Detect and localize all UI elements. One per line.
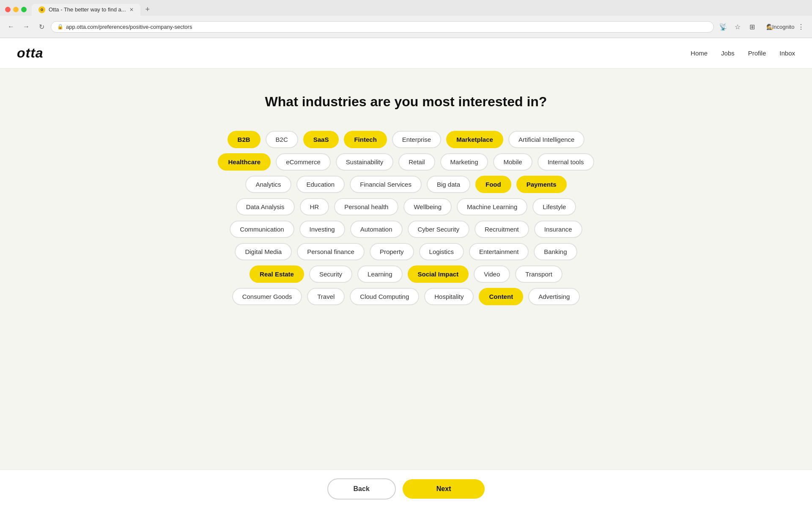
browser-menu-icon[interactable]: ⋮ <box>795 21 807 33</box>
fullscreen-window-button[interactable] <box>21 7 27 12</box>
industry-tag-payments[interactable]: Payments <box>516 176 567 193</box>
industry-tag-wellbeing[interactable]: Wellbeing <box>403 198 452 215</box>
industry-tag-ecommerce[interactable]: eCommerce <box>276 153 331 171</box>
industry-tag-social-impact[interactable]: Social Impact <box>408 265 469 283</box>
industry-tag-logistics[interactable]: Logistics <box>419 243 464 260</box>
traffic-lights <box>5 7 27 12</box>
tab-favicon: o <box>38 6 45 13</box>
nav-jobs[interactable]: Jobs <box>721 50 735 57</box>
industry-tag-banking[interactable]: Banking <box>534 243 577 260</box>
industry-tag-hr[interactable]: HR <box>300 198 329 215</box>
refresh-button[interactable]: ↻ <box>36 21 47 33</box>
incognito-label: Incognito <box>777 21 789 33</box>
logo[interactable]: otta <box>17 45 44 61</box>
industry-tag-personal-health[interactable]: Personal health <box>334 198 398 215</box>
industry-tag-video[interactable]: Video <box>474 265 510 283</box>
incognito-button[interactable]: 🕵 Incognito <box>760 19 793 34</box>
nav-profile[interactable]: Profile <box>748 50 766 57</box>
close-window-button[interactable] <box>5 7 11 12</box>
browser-toolbar-icons: 📡 ☆ ⊞ 🕵 Incognito ⋮ <box>717 19 807 34</box>
industry-tag-internal-tools[interactable]: Internal tools <box>538 153 594 171</box>
industry-tag-marketing[interactable]: Marketing <box>440 153 488 171</box>
bookmark-icon[interactable]: ☆ <box>732 21 743 33</box>
cast-icon[interactable]: 📡 <box>717 21 729 33</box>
industry-tag-content[interactable]: Content <box>479 288 523 305</box>
industry-tag-machine-learning[interactable]: Machine Learning <box>457 198 527 215</box>
industry-tag-recruitment[interactable]: Recruitment <box>475 221 529 238</box>
forward-navigation-button[interactable]: → <box>20 21 32 33</box>
app-header: otta Home Jobs Profile Inbox <box>0 38 812 69</box>
industry-tag-retail[interactable]: Retail <box>398 153 435 171</box>
active-tab[interactable]: o Otta - The better way to find a... ✕ <box>32 4 140 16</box>
address-bar[interactable]: 🔒 app.otta.com/preferences/positive-comp… <box>51 21 714 33</box>
page-title: What industries are you most interested … <box>265 94 547 110</box>
industry-tag-digital-media[interactable]: Digital Media <box>235 243 292 260</box>
browser-chrome: o Otta - The better way to find a... ✕ +… <box>0 0 812 38</box>
industry-tag-saas[interactable]: SaaS <box>303 131 339 148</box>
industry-tag-ai[interactable]: Artificial Intelligence <box>508 131 585 148</box>
industry-tag-travel[interactable]: Travel <box>307 288 345 305</box>
industry-tag-learning[interactable]: Learning <box>357 265 402 283</box>
new-tab-button[interactable]: + <box>142 3 154 16</box>
industry-tag-food[interactable]: Food <box>475 176 511 193</box>
industry-tag-b2c[interactable]: B2C <box>266 131 298 148</box>
industry-tag-sustainability[interactable]: Sustainability <box>336 153 393 171</box>
lock-icon: 🔒 <box>57 24 63 30</box>
industry-tag-cloud-computing[interactable]: Cloud Computing <box>350 288 419 305</box>
industry-tag-transport[interactable]: Transport <box>515 265 562 283</box>
extensions-icon[interactable]: ⊞ <box>746 21 758 33</box>
tab-close-button[interactable]: ✕ <box>129 7 134 13</box>
industry-tag-data-analysis[interactable]: Data Analysis <box>236 198 295 215</box>
industry-tags-container: B2BB2CSaaSFintechEnterpriseMarketplaceAr… <box>216 131 596 305</box>
nav-inbox[interactable]: Inbox <box>779 50 795 57</box>
next-button[interactable]: Next <box>403 479 485 499</box>
industry-tag-analytics[interactable]: Analytics <box>245 176 291 193</box>
footer: Back Next <box>0 469 812 508</box>
industry-tag-investing[interactable]: Investing <box>299 221 345 238</box>
industry-tag-personal-finance[interactable]: Personal finance <box>297 243 365 260</box>
industry-tag-security[interactable]: Security <box>309 265 352 283</box>
url-text: app.otta.com/preferences/positive-compan… <box>66 24 192 30</box>
industry-tag-marketplace[interactable]: Marketplace <box>446 131 503 148</box>
industry-tag-financial-services[interactable]: Financial Services <box>350 176 422 193</box>
industry-tag-big-data[interactable]: Big data <box>427 176 470 193</box>
industry-tag-automation[interactable]: Automation <box>350 221 403 238</box>
tab-title: Otta - The better way to find a... <box>49 6 126 13</box>
industry-tag-entertainment[interactable]: Entertainment <box>469 243 529 260</box>
back-navigation-button[interactable]: ← <box>5 21 17 33</box>
nav-home[interactable]: Home <box>691 50 708 57</box>
page-content: What industries are you most interested … <box>0 69 812 508</box>
industry-tag-cyber-security[interactable]: Cyber Security <box>408 221 469 238</box>
industry-tag-education[interactable]: Education <box>296 176 345 193</box>
back-button[interactable]: Back <box>327 478 396 500</box>
address-bar-row: ← → ↻ 🔒 app.otta.com/preferences/positiv… <box>0 16 812 38</box>
industry-tag-communication[interactable]: Communication <box>230 221 294 238</box>
industry-tag-insurance[interactable]: Insurance <box>534 221 582 238</box>
industry-tag-hospitality[interactable]: Hospitality <box>424 288 474 305</box>
industry-tag-fintech[interactable]: Fintech <box>344 131 387 148</box>
industry-tag-mobile[interactable]: Mobile <box>493 153 532 171</box>
industry-tag-consumer-goods[interactable]: Consumer Goods <box>232 288 302 305</box>
industry-tag-lifestyle[interactable]: Lifestyle <box>532 198 576 215</box>
industry-tag-real-estate[interactable]: Real Estate <box>250 265 304 283</box>
industry-tag-property[interactable]: Property <box>370 243 414 260</box>
industry-tag-healthcare[interactable]: Healthcare <box>218 153 271 171</box>
main-nav: Home Jobs Profile Inbox <box>691 50 795 57</box>
tab-bar: o Otta - The better way to find a... ✕ + <box>0 0 812 16</box>
industry-tag-enterprise[interactable]: Enterprise <box>392 131 441 148</box>
industry-tag-b2b[interactable]: B2B <box>228 131 261 148</box>
industry-tag-advertising[interactable]: Advertising <box>528 288 580 305</box>
minimize-window-button[interactable] <box>13 7 19 12</box>
